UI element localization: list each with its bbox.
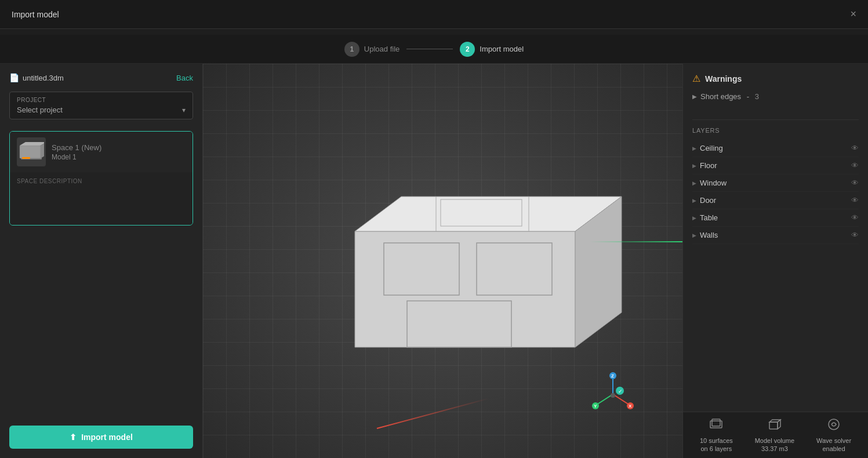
- svg-marker-30: [778, 420, 780, 429]
- layers-list: ▶ Ceiling 👁 ▶ Floor 👁 ▶ Window 👁 ▶ Door …: [692, 140, 859, 244]
- svg-rect-28: [769, 422, 778, 429]
- import-label: Import model: [81, 432, 133, 442]
- layer-item[interactable]: ▶ Window 👁: [692, 175, 859, 192]
- solver-icon: [827, 417, 841, 434]
- warnings-section: ⚠ Warnings ▶ Short edges - 3: [692, 73, 859, 103]
- space-description-area: SPACE DESCRIPTION: [10, 172, 193, 225]
- svg-marker-5: [355, 231, 575, 347]
- svg-text:Y: Y: [594, 404, 597, 409]
- step-2: 2 Import model: [460, 42, 524, 57]
- space-card: Space 1 (New) Model 1 SPACE DESCRIPTION: [9, 131, 193, 226]
- layer-left: ▶ Ceiling: [692, 144, 723, 152]
- svg-point-23: [611, 393, 615, 398]
- project-placeholder: Select project: [17, 106, 63, 114]
- layer-chevron-icon: ▶: [692, 146, 696, 151]
- stat-surfaces-label: 10 surfaceson 6 layers: [700, 437, 733, 453]
- project-label: PROJECT: [17, 97, 186, 103]
- layer-left: ▶ Floor: [692, 161, 717, 170]
- surfaces-icon: [709, 417, 723, 434]
- layer-name: Walls: [700, 231, 718, 239]
- svg-text:✓: ✓: [618, 388, 623, 394]
- step-2-label: Import model: [480, 45, 524, 53]
- layers-section: LAYERS ▶ Ceiling 👁 ▶ Floor 👁 ▶ Window 👁 …: [692, 127, 859, 449]
- space-name: Space 1 (New): [52, 143, 186, 152]
- layer-name: Ceiling: [700, 144, 723, 152]
- svg-line-17: [613, 394, 629, 405]
- svg-text:Z: Z: [611, 373, 614, 379]
- layer-visibility-toggle[interactable]: 👁: [851, 144, 859, 152]
- layer-chevron-icon: ▶: [692, 198, 696, 203]
- layer-visibility-toggle[interactable]: 👁: [851, 213, 859, 222]
- project-value-row: Select project ▾: [17, 106, 186, 114]
- layer-item[interactable]: ▶ Table 👁: [692, 209, 859, 227]
- file-row: 📄 untitled.3dm Back: [9, 73, 193, 82]
- step-1: 1 Upload file: [344, 42, 400, 57]
- chevron-down-icon: ▾: [182, 106, 186, 114]
- layer-chevron-icon: ▶: [692, 215, 696, 221]
- import-model-button[interactable]: ⬆ Import model: [9, 426, 193, 449]
- project-select[interactable]: PROJECT Select project ▾: [9, 92, 193, 119]
- space-card-header: Space 1 (New) Model 1: [10, 132, 193, 172]
- file-name-text: untitled.3dm: [23, 74, 64, 82]
- viewport[interactable]: Z X Y ✓: [203, 64, 682, 458]
- back-button[interactable]: Back: [176, 74, 193, 82]
- layer-left: ▶ Walls: [692, 231, 718, 239]
- stat-volume-label: Model volume33.37 m3: [755, 437, 794, 453]
- file-name: 📄 untitled.3dm: [9, 73, 64, 82]
- layer-item[interactable]: ▶ Floor 👁: [692, 157, 859, 175]
- warnings-header: ⚠ Warnings: [692, 73, 859, 84]
- import-icon: ⬆: [70, 432, 77, 442]
- layer-name: Window: [700, 179, 727, 187]
- layers-header: LAYERS: [692, 127, 859, 134]
- space-thumbnail: [17, 137, 46, 166]
- warning-triangle-icon: ⚠: [692, 73, 700, 84]
- layer-chevron-icon: ▶: [692, 232, 696, 238]
- svg-marker-2: [20, 142, 44, 146]
- svg-rect-27: [712, 419, 720, 426]
- layer-chevron-icon: ▶: [692, 180, 696, 186]
- divider: [692, 119, 859, 120]
- step-connector: [406, 49, 453, 49]
- space-thumb-svg: [19, 142, 44, 162]
- title-bar: Import model ×: [0, 0, 868, 29]
- layer-left: ▶ Table: [692, 213, 718, 222]
- stat-volume: Model volume33.37 m3: [755, 417, 794, 453]
- step-2-circle: 2: [460, 42, 475, 57]
- space-desc-label: SPACE DESCRIPTION: [17, 178, 186, 184]
- layer-chevron-icon: ▶: [692, 163, 696, 169]
- stepper: 1 Upload file 2 Import model: [0, 35, 868, 64]
- green-axis-line: [590, 241, 682, 242]
- warning-count: 3: [755, 92, 759, 101]
- layer-item[interactable]: ▶ Walls 👁: [692, 227, 859, 244]
- space-info: Space 1 (New) Model 1: [52, 143, 186, 161]
- space-description-input[interactable]: [17, 188, 186, 217]
- warning-chevron-icon: ▶: [692, 93, 697, 100]
- right-panel: ⚠ Warnings ▶ Short edges - 3 LAYERS ▶ Ce…: [682, 64, 868, 458]
- volume-icon: [768, 417, 782, 434]
- file-icon: 📄: [9, 73, 19, 82]
- layer-visibility-toggle[interactable]: 👁: [851, 161, 859, 170]
- stat-surfaces: 10 surfaceson 6 layers: [700, 417, 733, 453]
- layer-name: Door: [700, 196, 716, 205]
- step-1-label: Upload file: [364, 45, 400, 53]
- layer-item[interactable]: ▶ Ceiling 👁: [692, 140, 859, 157]
- svg-rect-1: [20, 146, 41, 158]
- layer-visibility-toggle[interactable]: 👁: [851, 196, 859, 205]
- 3d-model: [297, 162, 645, 382]
- space-model: Model 1: [52, 153, 186, 161]
- red-axis-line: [377, 398, 489, 429]
- layer-left: ▶ Door: [692, 196, 716, 205]
- stat-solver-label: Wave solverenabled: [816, 437, 851, 453]
- warnings-title: Warnings: [705, 74, 742, 83]
- close-button[interactable]: ×: [850, 8, 856, 20]
- dialog-title: Import model: [12, 10, 59, 19]
- svg-text:X: X: [629, 404, 632, 409]
- warning-short-edges[interactable]: ▶ Short edges - 3: [692, 90, 859, 103]
- layer-item[interactable]: ▶ Door 👁: [692, 192, 859, 209]
- layer-visibility-toggle[interactable]: 👁: [851, 231, 859, 239]
- layer-name: Table: [700, 213, 718, 222]
- layer-name: Floor: [700, 161, 717, 170]
- left-panel: 📄 untitled.3dm Back PROJECT Select proje…: [0, 64, 203, 458]
- stats-bar: 10 surfaceson 6 layers Model volume33.37…: [682, 412, 868, 458]
- layer-visibility-toggle[interactable]: 👁: [851, 179, 859, 187]
